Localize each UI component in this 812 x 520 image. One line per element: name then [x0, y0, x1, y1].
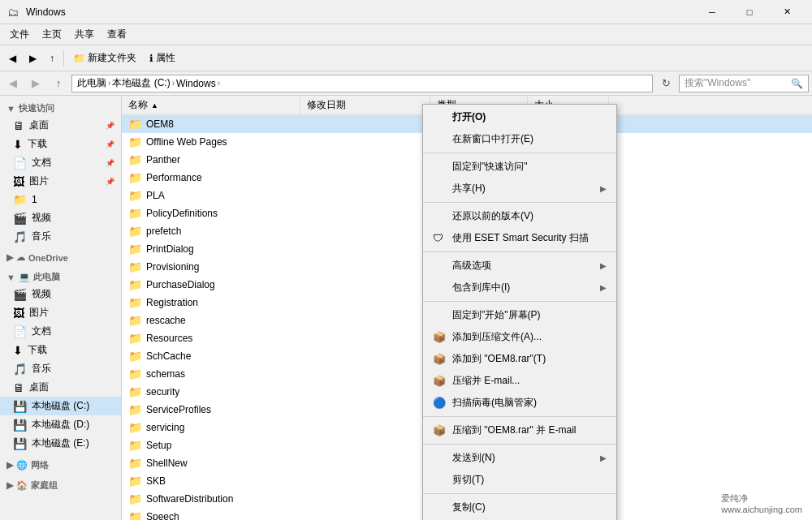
context-menu-sep — [423, 251, 616, 252]
maximize-button[interactable]: □ — [731, 0, 768, 24]
file-name: PLA — [146, 190, 165, 201]
menu-share[interactable]: 共享 — [68, 25, 101, 44]
folder-icon: 📁 — [128, 207, 142, 220]
submenu-arrow-icon: ▶ — [600, 184, 607, 193]
file-date-cell — [300, 497, 430, 501]
ctx-item-label: 压缩到 "OEM8.rar" 并 E-mail — [452, 423, 577, 437]
context-menu-item[interactable]: 🔵 扫描病毒(电脑管家) — [423, 392, 616, 414]
sidebar-item-pictures[interactable]: 🖼 图片 📌 — [0, 172, 121, 191]
ctx-item-label: 添加到压缩文件(A)... — [452, 330, 542, 344]
sidebar-item-localD[interactable]: 💾 本地磁盘 (D:) — [0, 415, 121, 434]
folder-icon: 📁 — [128, 260, 142, 273]
context-menu-item[interactable]: 固定到"开始"屏幕(P) — [423, 304, 616, 326]
addr-back-button[interactable]: ◀ — [3, 74, 23, 93]
context-menu-item[interactable]: 发送到(N) ▶ — [423, 447, 616, 469]
file-date-cell — [300, 301, 430, 304]
pin-icon2: 📌 — [106, 140, 114, 148]
menu-view[interactable]: 查看 — [101, 25, 133, 44]
sidebar-item-downloads2[interactable]: ⬇ 下载 — [0, 341, 121, 359]
sidebar-item-video[interactable]: 🎬 视频 — [0, 208, 121, 227]
context-menu-item[interactable]: 在新窗口中打开(E) — [423, 128, 616, 150]
properties-button[interactable]: ℹ 属性 — [144, 49, 181, 68]
homegroup-header[interactable]: ▶ 🏠 家庭组 — [0, 476, 121, 493]
address-path: 此电脑 › 本地磁盘 (C:) › Windows › — [77, 76, 220, 90]
sidebar: ▼ 快速访问 🖥 桌面 📌 ⬇ 下载 📌 📄 文档 📌 🖼 图片 � — [0, 96, 122, 520]
sidebar-item-docs2[interactable]: 📄 文档 — [0, 322, 121, 341]
context-menu-item[interactable]: 📦 添加到 "OEM8.rar"(T) — [423, 348, 616, 370]
context-menu-item[interactable]: 固定到"快速访问" — [423, 156, 616, 178]
ctx-item-icon: 📦 — [433, 424, 447, 436]
ctx-item-label: 打开(O) — [452, 110, 486, 124]
ctx-item-icon: 🔵 — [433, 397, 447, 409]
context-menu-item[interactable]: 共享(H) ▶ — [423, 178, 616, 200]
close-button[interactable]: ✕ — [768, 0, 806, 24]
sidebar-item-pictures2[interactable]: 🖼 图片 — [0, 303, 121, 322]
context-menu-item[interactable]: 📦 添加到压缩文件(A)... — [423, 326, 616, 348]
file-name-cell: 📁 ShellNew — [122, 455, 300, 471]
desktop-icon2: 🖥 — [13, 381, 24, 394]
context-menu-item[interactable]: 剪切(T) — [423, 469, 616, 491]
toolbar: ◀ ▶ ↑ 📁 新建文件夹 ℹ 属性 — [0, 45, 812, 71]
back-button[interactable]: ◀ — [3, 49, 22, 68]
up-icon: ↑ — [50, 53, 54, 64]
file-date-cell — [300, 479, 430, 483]
context-menu-item[interactable]: 🛡 使用 ESET Smart Security 扫描 — [423, 227, 616, 249]
sidebar-item-downloads[interactable]: ⬇ 下载 📌 — [0, 135, 121, 153]
thispc-header[interactable]: ▼ 💻 此电脑 — [0, 268, 121, 285]
file-name: Panther — [146, 154, 180, 165]
sidebar-item-video2[interactable]: 🎬 视频 — [0, 285, 121, 303]
crumb-computer[interactable]: 此电脑 — [77, 76, 106, 90]
onedrive-header[interactable]: ▶ ☁ OneDrive — [0, 249, 121, 264]
col-name-label: 名称 — [128, 98, 148, 112]
col-header-date[interactable]: 修改日期 — [300, 96, 430, 114]
file-name: schemas — [146, 368, 185, 380]
sidebar-item-localC[interactable]: 💾 本地磁盘 (C:) — [0, 397, 121, 415]
file-date-cell — [300, 230, 430, 233]
menu-file[interactable]: 文件 — [3, 25, 36, 44]
music-icon: 🎵 — [13, 230, 27, 243]
file-date-cell — [300, 194, 430, 197]
localc-label: 本地磁盘 (C:) — [32, 399, 89, 413]
sidebar-item-desktop2[interactable]: 🖥 桌面 — [0, 378, 121, 397]
sidebar-item-1[interactable]: 📁 1 — [0, 191, 121, 208]
forward-button[interactable]: ▶ — [24, 49, 42, 68]
file-date-cell — [300, 408, 430, 411]
quick-access-header[interactable]: ▼ 快速访问 — [0, 99, 121, 116]
address-input[interactable]: 此电脑 › 本地磁盘 (C:) › Windows › — [71, 75, 653, 92]
minimize-button[interactable]: ─ — [693, 0, 731, 24]
ctx-item-icon: 🛡 — [433, 232, 447, 244]
file-name: Setup — [146, 440, 171, 451]
context-menu-item[interactable]: 复制(C) — [423, 496, 616, 518]
context-menu-item[interactable]: 高级选项 ▶ — [423, 255, 616, 277]
refresh-button[interactable]: ↻ — [656, 74, 676, 93]
file-name-cell: 📁 PolicyDefinitions — [122, 205, 300, 221]
quick-access-section: ▼ 快速访问 🖥 桌面 📌 ⬇ 下载 📌 📄 文档 📌 🖼 图片 � — [0, 99, 121, 246]
addr-forward-button[interactable]: ▶ — [26, 74, 45, 93]
context-menu-item[interactable]: 包含到库中(I) ▶ — [423, 277, 616, 299]
network-header[interactable]: ▶ 🌐 网络 — [0, 456, 121, 473]
sidebar-item-music[interactable]: 🎵 音乐 — [0, 227, 121, 246]
search-box[interactable]: 搜索"Windows" 🔍 — [679, 75, 809, 92]
folder-icon: 📁 — [128, 118, 142, 131]
context-menu-item[interactable]: 📦 压缩并 E-mail... — [423, 370, 616, 392]
file-date-cell — [300, 158, 430, 161]
sidebar-item-localE[interactable]: 💾 本地磁盘 (E:) — [0, 434, 121, 453]
sidebar-item-music2[interactable]: 🎵 音乐 — [0, 359, 121, 378]
menu-home[interactable]: 主页 — [36, 25, 68, 44]
addr-up-button[interactable]: ↑ — [49, 74, 68, 93]
folder-icon: 📁 — [128, 457, 142, 470]
sidebar-item-docs[interactable]: 📄 文档 📌 — [0, 153, 121, 172]
network-label: 网络 — [31, 459, 49, 471]
crumb-windows[interactable]: Windows — [176, 78, 216, 89]
col-header-name[interactable]: 名称 ▲ — [122, 96, 300, 114]
sidebar-item-desktop[interactable]: 🖥 桌面 📌 — [0, 116, 121, 135]
pc-downloads-label: 下载 — [28, 343, 47, 357]
sidebar-downloads-label: 下载 — [28, 137, 47, 151]
up-button[interactable]: ↑ — [44, 49, 60, 68]
context-menu-item[interactable]: 打开(O) — [423, 106, 616, 128]
context-menu-item[interactable]: 📦 压缩到 "OEM8.rar" 并 E-mail — [423, 419, 616, 441]
sidebar-music-label: 音乐 — [32, 230, 51, 243]
context-menu-item[interactable]: 还原以前的版本(V) — [423, 205, 616, 227]
crumb-c[interactable]: 本地磁盘 (C:) — [112, 76, 170, 90]
new-folder-button[interactable]: 📁 新建文件夹 — [67, 49, 142, 68]
